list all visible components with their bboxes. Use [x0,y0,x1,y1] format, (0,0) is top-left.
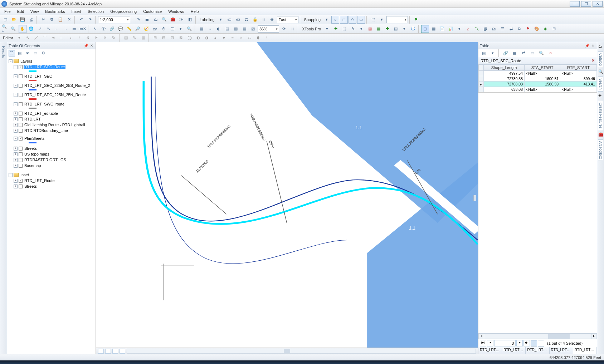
pointer-icon[interactable]: ↖ [91,25,99,33]
layer-node[interactable]: +Streets [14,183,95,189]
topo-8-icon[interactable]: ▲ [211,34,219,42]
time-slider-icon[interactable]: ⏱ [160,25,167,33]
report-icon[interactable]: 📄 [438,25,446,33]
layer-node[interactable]: −RTD_LRT_SEC_225N_25S_Route_2 [14,83,95,88]
layer-node[interactable]: +RTDRASTER.ORTHOS [14,157,95,163]
expand-icon[interactable]: + [14,158,18,162]
catalog-icon[interactable]: 🗂 [152,16,160,24]
scroll-thumb[interactable] [548,334,570,339]
create-viewer-icon[interactable]: 🗔 [168,25,176,33]
edit-cut-icon[interactable]: ✂ [93,34,101,42]
editor-dropdown-icon[interactable]: ▾ [15,34,23,42]
cut-icon[interactable]: ✂ [39,16,47,24]
rows-icon[interactable]: ☰ [498,25,506,33]
expand-icon[interactable]: − [14,65,18,69]
edit-point-icon[interactable]: • [67,34,75,42]
scroll-left-icon[interactable]: ◂ [478,334,484,339]
scroll-thumb[interactable] [284,349,290,353]
visibility-checkbox[interactable] [19,65,23,69]
first-record-icon[interactable]: ⏮ [480,340,486,346]
topo-2-icon[interactable]: ⊟ [160,34,168,42]
expand-icon[interactable]: + [14,152,18,156]
html-popup-icon[interactable]: 💬 [117,25,125,33]
cell[interactable]: <Null> [525,71,560,76]
select-by-attr-icon[interactable]: ▦ [511,49,518,57]
label-view-unplaced-icon[interactable]: 👁 [268,16,276,24]
diamond-icon[interactable]: ◆ [541,25,549,33]
layer-node[interactable]: +RTD.LRT [14,116,95,122]
new-icon[interactable]: ▢ [1,16,9,24]
col-rte-start[interactable]: RTE_START [560,65,597,71]
xtools-1-icon[interactable]: ✚ [332,25,340,33]
edit-rotate-icon[interactable]: ↻ [110,34,118,42]
expand-icon[interactable]: − [14,93,18,97]
viewer-dropdown-icon[interactable]: ▾ [177,25,185,33]
paste-icon[interactable]: 📋 [57,16,64,24]
row-selector[interactable] [479,71,484,76]
bluebox-icon[interactable]: ▢ [421,25,429,33]
dataframe-inset[interactable]: − Inset [9,172,95,178]
redo-icon[interactable]: ↷ [86,16,94,24]
topo-7-icon[interactable]: ◑ [203,34,211,42]
visibility-checkbox[interactable] [19,117,23,121]
catalog-icon[interactable]: 🗂 [598,44,603,49]
graph-icon[interactable]: 📊 [447,25,455,33]
label-pause-icon[interactable]: ⏸ [260,16,268,24]
xtools-8-icon[interactable]: ▤ [392,25,400,33]
results-tab[interactable]: Results [1,44,6,60]
link-icon[interactable]: 🔗 [108,25,116,33]
snap-edge-icon[interactable]: ▭ [357,16,365,24]
cell[interactable]: 4997.54 [484,71,525,76]
dataframe-layers[interactable]: − Layers [9,58,95,64]
visibility-checkbox[interactable] [19,152,23,156]
open-icon[interactable]: 📂 [10,16,18,24]
cell[interactable]: <Null> [525,87,560,92]
clear-selection-icon[interactable]: ▭✕ [79,25,87,33]
close-panel-icon[interactable]: ✕ [590,43,595,48]
layer-node[interactable]: −RTD_LRT_SWC_route [14,101,95,107]
find-icon[interactable]: 🔎 [134,25,142,33]
row-selector[interactable] [479,76,484,82]
scroll-right-icon[interactable]: ▸ [591,334,597,339]
topo-12-icon[interactable]: ⬭ [246,34,254,42]
expand-icon[interactable]: + [14,164,18,168]
label-lock-icon[interactable]: 🔒 [251,16,259,24]
row-selector[interactable] [479,82,484,87]
print-icon[interactable]: 🖨 [27,16,35,24]
switch-selection-icon[interactable]: ⇄ [520,49,527,57]
attr-icon[interactable]: ▤ [122,34,130,42]
fixed-zoom-in-icon[interactable]: ⤢ [36,25,44,33]
menu-geoprocessing[interactable]: Geoprocessing [107,9,140,14]
list-by-source-icon[interactable]: ▤ [16,50,23,56]
flag-icon[interactable]: ⚑ [412,16,420,24]
model-icon[interactable]: ◧ [186,16,194,24]
expand-icon[interactable]: + [14,117,18,121]
cell[interactable]: 72768.03 [484,82,525,87]
create-features-tab[interactable]: Create Features [598,101,603,130]
visibility-checkbox[interactable] [19,129,23,133]
cell[interactable]: <Null> [560,87,597,92]
layer-node[interactable]: −PlanSheets [14,136,95,141]
snap-point-icon[interactable]: ○ [331,16,339,24]
map-scroll-thumb[interactable] [473,195,476,201]
colors-icon[interactable]: 🎨 [533,25,541,33]
catalog-tab[interactable]: Catalog [598,51,603,67]
delete-selected-icon[interactable]: ✕ [546,49,554,57]
edit-vertex-icon[interactable]: ⋮ [76,34,83,42]
layer-node[interactable]: −RTD_LRT_SEC_Route [14,64,95,70]
xtools-7-icon[interactable]: ✚ [383,25,391,33]
visibility-checkbox[interactable] [19,123,23,127]
visibility-checkbox[interactable] [19,112,23,115]
table-options-icon[interactable]: ▤ [480,49,488,57]
menu-help[interactable]: Help [188,9,202,14]
topo-9-icon[interactable]: ▼ [220,34,228,42]
minimize-button[interactable]: — [570,1,580,7]
visibility-checkbox[interactable] [19,179,23,183]
attribute-grid[interactable]: Shape_Length STA_START RTE_START 4997.54… [478,64,597,93]
menu-customize[interactable]: Customize [140,9,165,14]
xtools-5-icon[interactable]: ▦ [366,25,374,33]
label-mode-combo[interactable]: Fast [277,16,298,23]
visibility-checkbox[interactable] [19,102,23,106]
georef-combo[interactable] [386,16,408,23]
zoom-in-icon[interactable]: 🔍+ [1,25,9,33]
